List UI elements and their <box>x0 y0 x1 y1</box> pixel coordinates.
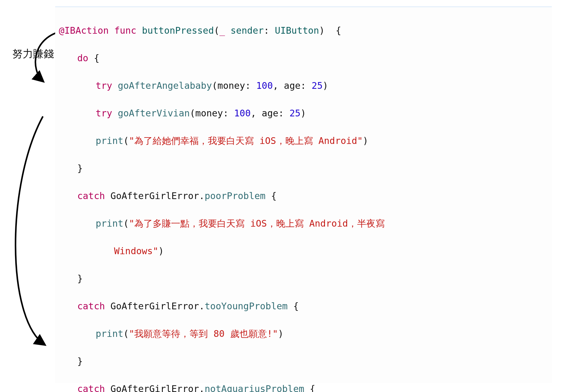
tok: ) <box>278 328 284 339</box>
tok: try <box>96 108 112 119</box>
tok: _ <box>219 25 225 36</box>
tok: ( <box>123 328 129 339</box>
code-line-3: try goAfterAngelababy(money: 100, age: 2… <box>59 79 550 92</box>
tok: ) <box>300 108 306 119</box>
tok: ( <box>123 218 129 229</box>
code-line-11: catch GoAfterGirlError.tooYoungProblem { <box>59 299 550 313</box>
code-line-4: try goAfterVivian(money: 100, age: 25) <box>59 106 550 120</box>
tok: "為了給她們幸福，我要白天寫 iOS，晚上寫 Android" <box>129 135 363 146</box>
tok: goAfterAngelababy <box>112 80 212 91</box>
tok: { <box>304 383 315 392</box>
tok: poorProblem <box>204 190 265 201</box>
tok: . <box>199 301 204 311</box>
tok: ( <box>214 25 219 36</box>
tok: { <box>288 301 299 311</box>
tok: func <box>114 25 136 36</box>
tok: 100 <box>256 80 273 91</box>
page: 努力賺錢！ @IBAction func buttonPressed(_ sen… <box>0 0 561 392</box>
tok: : <box>264 25 275 36</box>
tok: catch <box>77 190 105 201</box>
tok: Windows" <box>114 246 158 256</box>
tok: (money: <box>190 108 234 119</box>
tok: . <box>199 190 204 201</box>
tok: , age: <box>251 108 289 119</box>
tok: "為了多賺一點，我要白天寫 iOS，晚上寫 Android，半夜寫 <box>129 218 385 229</box>
tok: . <box>199 383 204 392</box>
tok: sender <box>231 25 264 36</box>
tok: print <box>96 218 123 229</box>
code-line-13: } <box>59 354 550 368</box>
tok: "我願意等待，等到 80 歲也願意!" <box>129 328 278 339</box>
tok: ) <box>363 135 368 146</box>
tok: (money: <box>212 80 256 91</box>
code-line-1: @IBAction func buttonPressed(_ sender: U… <box>59 24 550 37</box>
tok: } <box>77 163 83 174</box>
tok: { <box>88 53 99 63</box>
tok: } <box>77 356 83 367</box>
tok: print <box>96 135 123 146</box>
tok: 25 <box>289 108 300 119</box>
tok: GoAfterGirlError <box>105 190 199 201</box>
tok: do <box>77 53 88 63</box>
tok: buttonPressed <box>142 25 214 36</box>
tok: tooYoungProblem <box>204 301 288 311</box>
tok: try <box>96 80 112 91</box>
code-line-12: print("我願意等待，等到 80 歲也願意!") <box>59 327 550 341</box>
tok: 25 <box>311 80 322 91</box>
code-line-9: Windows") <box>59 244 550 258</box>
tok: { <box>325 25 341 36</box>
tok: ) <box>323 80 328 91</box>
tok: GoAfterGirlError <box>105 383 199 392</box>
code-line-6: } <box>59 161 550 175</box>
tok: , age: <box>273 80 311 91</box>
tok: print <box>96 328 123 339</box>
code-line-10: } <box>59 272 550 285</box>
tok: } <box>77 273 83 284</box>
code-line-5: print("為了給她們幸福，我要白天寫 iOS，晚上寫 Android") <box>59 134 550 148</box>
tok: catch <box>77 383 105 392</box>
code-block: @IBAction func buttonPressed(_ sender: U… <box>55 6 552 383</box>
code-line-8: print("為了多賺一點，我要白天寫 iOS，晚上寫 Android，半夜寫 <box>59 217 550 230</box>
tok: 100 <box>234 108 251 119</box>
tok: notAquariusProblem <box>204 383 304 392</box>
code-line-2: do { <box>59 51 550 65</box>
tok: @IBAction <box>59 25 109 36</box>
tok: ) <box>319 25 325 36</box>
tok: { <box>265 190 277 201</box>
code-line-14: catch GoAfterGirlError.notAquariusProble… <box>59 382 550 392</box>
tok: UIButton <box>275 25 319 36</box>
tok: goAfterVivian <box>112 108 190 119</box>
tok: GoAfterGirlError <box>105 301 199 311</box>
tok: catch <box>77 301 105 311</box>
code-line-7: catch GoAfterGirlError.poorProblem { <box>59 189 550 203</box>
tok: ) <box>158 246 164 256</box>
tok: ( <box>123 135 129 146</box>
